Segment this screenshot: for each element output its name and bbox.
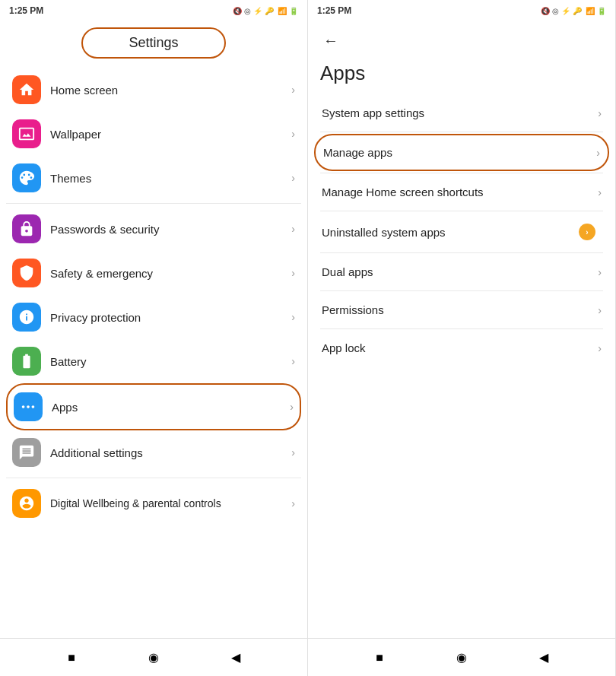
left-status-icons: 🔇 ◎ ⚡ 🔑 📶 🔋 — [233, 7, 298, 15]
nav-square-button[interactable]: ■ — [61, 647, 82, 668]
menu-item-apps[interactable]: Apps › — [6, 383, 301, 430]
left-status-bar: 1:25 PM 🔇 ◎ ⚡ 🔑 📶 🔋 — [0, 0, 307, 21]
chevron-icon: › — [291, 172, 295, 184]
wallpaper-icon — [12, 119, 41, 148]
menu-item-system-app-settings[interactable]: System app settings › — [314, 96, 609, 130]
left-nav-bar: ■ ◉ ◀ — [0, 638, 307, 676]
settings-menu-list: Home screen › Wallpaper › Themes › Passw… — [0, 68, 307, 638]
notification-dot: › — [579, 224, 595, 240]
right-time: 1:25 PM — [317, 5, 351, 16]
chevron-icon: › — [291, 128, 295, 140]
right-divider-6 — [320, 328, 603, 329]
right-status-bar: 1:25 PM 🔇 ◎ ⚡ 🔑 📶 🔋 — [308, 0, 615, 21]
left-time: 1:25 PM — [9, 5, 43, 16]
right-divider-5 — [320, 290, 603, 291]
apps-menu-list: System app settings › Manage apps › Mana… — [308, 96, 615, 638]
nav-home-button[interactable]: ◉ — [143, 647, 164, 668]
nav-back-button[interactable]: ◀ — [225, 647, 246, 668]
right-divider-2 — [320, 173, 603, 173]
chevron-icon: › — [598, 342, 602, 354]
chevron-icon: › — [291, 84, 295, 96]
chevron-icon: › — [598, 304, 602, 316]
right-divider-1 — [320, 132, 603, 132]
left-panel: 1:25 PM 🔇 ◎ ⚡ 🔑 📶 🔋 Settings Home screen… — [0, 0, 308, 676]
menu-item-home-screen[interactable]: Home screen › — [6, 68, 301, 112]
right-panel-header: ← — [308, 21, 615, 57]
right-panel-title: Apps — [308, 57, 615, 96]
right-nav-back-button[interactable]: ◀ — [533, 647, 554, 668]
menu-divider-1 — [6, 203, 301, 204]
settings-title: Settings — [81, 27, 225, 59]
menu-item-app-lock[interactable]: App lock › — [314, 331, 609, 365]
menu-item-wallpaper[interactable]: Wallpaper › — [6, 112, 301, 156]
safety-icon — [12, 259, 41, 287]
right-status-icons: 🔇 ◎ ⚡ 🔑 📶 🔋 — [541, 7, 606, 15]
chevron-icon: › — [291, 355, 295, 367]
chevron-icon: › — [291, 311, 295, 323]
chevron-icon: › — [598, 266, 602, 278]
menu-item-safety[interactable]: Safety & emergency › — [6, 251, 301, 295]
themes-icon — [12, 163, 41, 192]
menu-item-privacy[interactable]: Privacy protection › — [6, 295, 301, 339]
chevron-icon: › — [291, 446, 295, 459]
additional-icon — [12, 438, 41, 467]
right-divider-3 — [320, 211, 603, 211]
right-nav-home-button[interactable]: ◉ — [451, 647, 472, 668]
chevron-icon: › — [291, 223, 295, 235]
menu-divider-2 — [6, 478, 301, 478]
passwords-icon — [12, 214, 41, 243]
chevron-icon: › — [291, 267, 295, 279]
menu-item-permissions[interactable]: Permissions › — [314, 293, 609, 327]
privacy-icon — [12, 303, 41, 332]
right-panel: 1:25 PM 🔇 ◎ ⚡ 🔑 📶 🔋 ← Apps System app se… — [308, 0, 616, 676]
menu-item-manage-home-screen[interactable]: Manage Home screen shortcuts › — [314, 175, 609, 209]
menu-item-passwords[interactable]: Passwords & security › — [6, 207, 301, 251]
chevron-icon: › — [598, 186, 602, 198]
menu-item-uninstalled-system-apps[interactable]: Uninstalled system apps › — [314, 213, 609, 251]
menu-item-manage-apps[interactable]: Manage apps › — [314, 134, 609, 171]
menu-item-additional[interactable]: Additional settings › — [6, 430, 301, 474]
digital-icon — [12, 489, 41, 518]
menu-item-digital[interactable]: Digital Wellbeing & parental controls › — [6, 481, 301, 525]
chevron-icon: › — [290, 401, 294, 413]
back-button[interactable]: ← — [320, 29, 341, 52]
right-nav-square-button[interactable]: ■ — [369, 647, 390, 668]
apps-icon — [14, 392, 43, 421]
battery-icon — [12, 347, 41, 376]
menu-item-themes[interactable]: Themes › — [6, 156, 301, 200]
left-panel-header: Settings — [0, 21, 307, 68]
chevron-icon: › — [291, 497, 295, 509]
right-divider-4 — [320, 252, 603, 253]
menu-item-dual-apps[interactable]: Dual apps › — [314, 255, 609, 289]
menu-item-battery[interactable]: Battery › — [6, 339, 301, 383]
chevron-icon: › — [598, 107, 602, 119]
right-nav-bar: ■ ◉ ◀ — [308, 638, 615, 676]
chevron-icon: › — [596, 147, 600, 159]
home-icon — [12, 75, 41, 104]
